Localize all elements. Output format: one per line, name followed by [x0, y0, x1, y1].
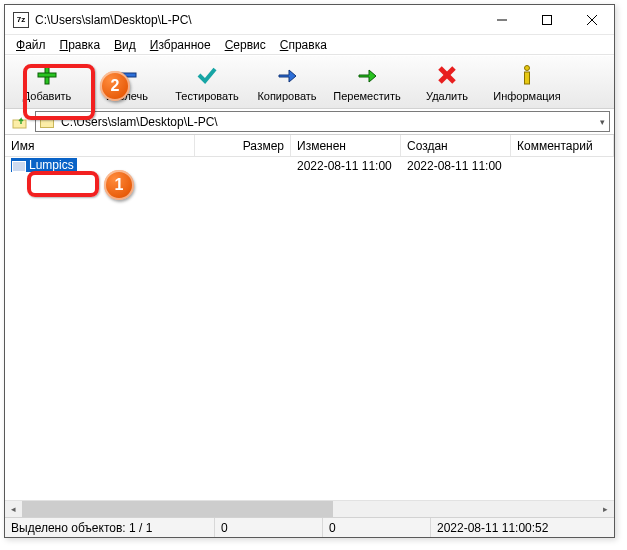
close-button[interactable]: [569, 5, 614, 34]
file-list[interactable]: Lumpics 2022-08-11 11:00 2022-08-11 11:0…: [5, 157, 614, 500]
x-icon: [436, 63, 458, 87]
menu-view[interactable]: Вид: [107, 37, 143, 53]
chevron-down-icon[interactable]: ▾: [600, 117, 605, 127]
info-label: Информация: [493, 90, 560, 102]
window-controls: [479, 5, 614, 34]
folder-icon: [40, 117, 54, 128]
menu-file[interactable]: Файл: [9, 37, 53, 53]
delete-button[interactable]: Удалить: [407, 57, 487, 107]
delete-label: Удалить: [426, 90, 468, 102]
extract-button[interactable]: Извлечь: [87, 57, 167, 107]
scroll-left-icon[interactable]: ◂: [5, 501, 22, 518]
svg-point-9: [525, 65, 530, 70]
column-headers: Имя Размер Изменен Создан Комментарий: [5, 135, 614, 157]
svg-rect-6: [118, 73, 136, 77]
folder-up-icon: [12, 114, 28, 130]
menu-help[interactable]: Справка: [273, 37, 334, 53]
status-col3: 0: [323, 518, 431, 537]
window-title: C:\Users\slam\Desktop\L-PC\: [35, 13, 479, 27]
arrow-right-icon: [276, 63, 298, 87]
cell-modified: 2022-08-11 11:00: [291, 159, 401, 173]
col-name[interactable]: Имя: [5, 135, 195, 156]
list-item[interactable]: Lumpics 2022-08-11 11:00 2022-08-11 11:0…: [5, 157, 614, 175]
app-window: 7z C:\Users\slam\Desktop\L-PC\ Файл Прав…: [4, 4, 615, 538]
menu-tools[interactable]: Сервис: [218, 37, 273, 53]
minus-icon: [116, 63, 138, 87]
close-icon: [587, 15, 597, 25]
folder-icon: [12, 161, 26, 172]
cell-name: Lumpics: [5, 158, 195, 174]
item-name-text: Lumpics: [29, 158, 74, 172]
menu-favorites[interactable]: Избранное: [143, 37, 218, 53]
horizontal-scrollbar[interactable]: ◂ ▸: [5, 500, 614, 517]
minimize-icon: [497, 15, 507, 25]
info-icon: [516, 63, 538, 87]
col-size[interactable]: Размер: [195, 135, 291, 156]
toolbar: Добавить Извлечь Тестировать Копировать …: [5, 55, 614, 109]
menu-edit[interactable]: Правка: [53, 37, 108, 53]
svg-rect-1: [542, 15, 551, 24]
test-label: Тестировать: [175, 90, 239, 102]
svg-rect-10: [525, 72, 530, 84]
status-bar: Выделено объектов: 1 / 1 0 0 2022-08-11 …: [5, 517, 614, 537]
menubar: Файл Правка Вид Избранное Сервис Справка: [5, 35, 614, 55]
scroll-thumb[interactable]: [22, 501, 333, 517]
plus-icon: [36, 63, 58, 87]
up-button[interactable]: [9, 112, 31, 132]
extract-label: Извлечь: [106, 90, 148, 102]
maximize-button[interactable]: [524, 5, 569, 34]
titlebar: 7z C:\Users\slam\Desktop\L-PC\: [5, 5, 614, 35]
scroll-track[interactable]: [22, 501, 597, 517]
svg-rect-5: [38, 73, 56, 77]
arrow-right-green-icon: [356, 63, 378, 87]
check-icon: [196, 63, 218, 87]
maximize-icon: [542, 15, 552, 25]
address-bar: C:\Users\slam\Desktop\L-PC\ ▾: [5, 109, 614, 135]
address-input[interactable]: C:\Users\slam\Desktop\L-PC\ ▾: [35, 111, 610, 132]
selected-folder: Lumpics: [11, 158, 77, 172]
col-created[interactable]: Создан: [401, 135, 511, 156]
add-label: Добавить: [23, 90, 72, 102]
col-comment[interactable]: Комментарий: [511, 135, 614, 156]
move-label: Переместить: [333, 90, 400, 102]
copy-button[interactable]: Копировать: [247, 57, 327, 107]
app-icon: 7z: [13, 12, 29, 28]
move-button[interactable]: Переместить: [327, 57, 407, 107]
cell-created: 2022-08-11 11:00: [401, 159, 511, 173]
info-button[interactable]: Информация: [487, 57, 567, 107]
col-modified[interactable]: Изменен: [291, 135, 401, 156]
address-text: C:\Users\slam\Desktop\L-PC\: [61, 115, 218, 129]
test-button[interactable]: Тестировать: [167, 57, 247, 107]
copy-label: Копировать: [257, 90, 316, 102]
status-time: 2022-08-11 11:00:52: [431, 518, 614, 537]
minimize-button[interactable]: [479, 5, 524, 34]
status-selection: Выделено объектов: 1 / 1: [5, 518, 215, 537]
status-col2: 0: [215, 518, 323, 537]
scroll-right-icon[interactable]: ▸: [597, 501, 614, 518]
add-button[interactable]: Добавить: [7, 57, 87, 107]
